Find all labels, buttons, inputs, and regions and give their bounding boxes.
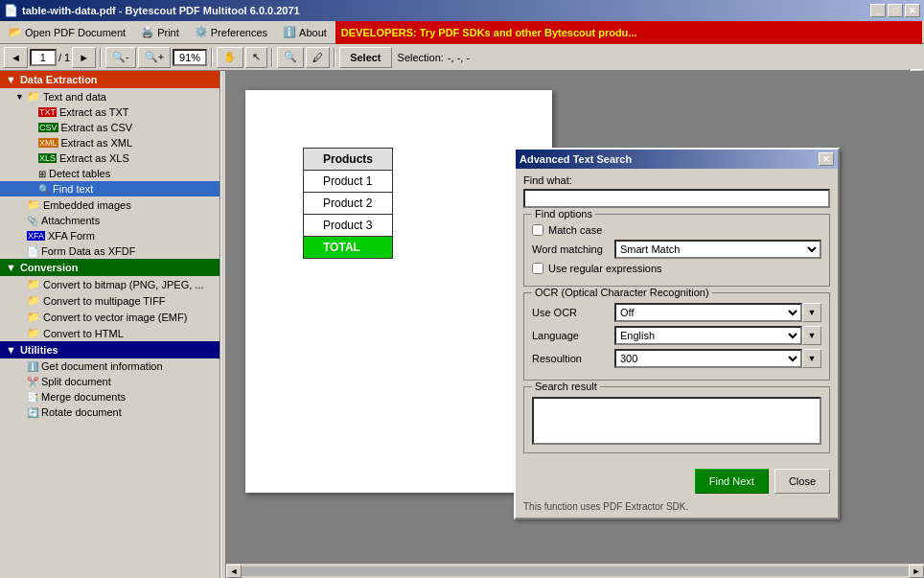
split-icon: ✂️: [27, 377, 38, 387]
tree-item-label: Convert to multipage TIFF: [43, 295, 166, 307]
pdf-table: Products Product 1 Product 2 Product 3 T…: [303, 148, 393, 259]
tree-item-convert-tiff[interactable]: 📁 Convert to multipage TIFF: [0, 292, 219, 309]
section-conversion-collapse-icon: ▼: [6, 262, 16, 273]
tree-item-label: Merge documents: [41, 391, 126, 403]
language-select[interactable]: English French German Spanish: [614, 326, 802, 345]
table-cell: Product 3: [304, 215, 393, 237]
dialog-title-bar: Advanced Text Search ✕: [516, 150, 838, 169]
language-dropdown-btn[interactable]: ▼: [802, 326, 821, 345]
selection-label: Selection:: [398, 52, 444, 63]
zoom-input[interactable]: [173, 49, 207, 66]
dialog-footer: Find Next Close: [516, 465, 838, 501]
find-icon: 🔍: [38, 184, 50, 195]
tree-item-form-data-xfdf[interactable]: 📄 Form Data as XFDF: [0, 243, 219, 259]
tree-item-extract-csv[interactable]: CSV Extract as CSV: [0, 120, 219, 135]
ocr-legend: OCR (Optical Character Recognition): [532, 287, 712, 298]
tree-item-extract-txt[interactable]: TXT Extract as TXT: [0, 104, 219, 120]
tree-item-extract-xls[interactable]: XLS Extract as XLS: [0, 150, 219, 166]
match-case-checkbox[interactable]: [532, 224, 543, 236]
nav-forward-button[interactable]: ►: [72, 47, 96, 68]
language-select-wrapper: English French German Spanish ▼: [614, 326, 821, 345]
tree-item-embedded-images[interactable]: 📁 Embedded images: [0, 197, 219, 213]
close-window-button[interactable]: ✕: [905, 4, 920, 17]
tree-item-find-text[interactable]: 🔍 Find text: [0, 181, 219, 197]
scroll-left-button[interactable]: ◄: [226, 565, 242, 578]
tree-item-merge-docs[interactable]: 📑 Merge documents: [0, 389, 219, 405]
resolution-dropdown-btn[interactable]: ▼: [802, 349, 821, 368]
section-utilities[interactable]: ▼ Utilities: [0, 341, 219, 358]
preferences-icon: ⚙️: [195, 26, 208, 38]
tree-item-convert-bitmap[interactable]: 📁 Convert to bitmap (PNG, JPEG, ...: [0, 276, 219, 292]
selection-coords: -, -, -: [448, 52, 470, 63]
use-regex-label: Use regular expressions: [548, 263, 662, 274]
menu-preferences[interactable]: ⚙️ Preferences: [188, 23, 274, 42]
scroll-right-button[interactable]: ►: [909, 565, 924, 578]
csv-icon: CSV: [38, 123, 58, 132]
table-icon: ⊞: [38, 169, 46, 179]
tree-item-text-and-data[interactable]: ▼ 📁 Text and data: [0, 88, 219, 104]
folder-icon: 📁: [27, 90, 40, 103]
emf-icon: 📁: [27, 311, 40, 323]
tree-item-convert-emf[interactable]: 📁 Convert to vector image (EMF): [0, 309, 219, 325]
close-dialog-button[interactable]: Close: [774, 469, 830, 494]
cursor-tool-button[interactable]: ↖: [245, 47, 267, 68]
tree-item-get-doc-info[interactable]: ℹ️ Get document information: [0, 358, 219, 374]
menu-bar: 📂 Open PDF Document 🖨️ Print ⚙️ Preferen…: [0, 21, 924, 44]
language-row: Language English French German Spanish ▼: [532, 326, 821, 345]
app-icon: 📄: [4, 4, 18, 17]
menu-preferences-label: Preferences: [211, 27, 267, 38]
tree-item-extract-xml[interactable]: XML Extract as XML: [0, 135, 219, 150]
xml-icon: XML: [38, 138, 58, 148]
use-ocr-select[interactable]: Off On: [614, 303, 802, 322]
word-matching-row: Word matching Smart Match Exact Match Wi…: [532, 240, 821, 259]
minimize-button[interactable]: _: [870, 4, 886, 17]
tree-item-convert-html[interactable]: 📁 Convert to HTML: [0, 325, 219, 341]
zoom-out-button[interactable]: 🔍-: [105, 47, 136, 68]
about-icon: ℹ️: [283, 26, 296, 38]
word-matching-label: Word matching: [532, 243, 609, 255]
word-matching-select[interactable]: Smart Match Exact Match Wildcard Regular…: [614, 240, 821, 259]
tree-item-rotate-doc[interactable]: 🔄 Rotate document: [0, 405, 219, 420]
use-ocr-dropdown-btn[interactable]: ▼: [802, 303, 821, 322]
zoom-in-button[interactable]: 🔍+: [138, 47, 171, 68]
tree-item-label: Split document: [41, 376, 111, 387]
dialog-close-button[interactable]: ✕: [819, 152, 834, 166]
highlight-button[interactable]: 🖊: [306, 47, 330, 68]
print-icon: 🖨️: [141, 26, 154, 38]
table-row: Product 2: [304, 193, 393, 215]
horizontal-scrollbar[interactable]: ◄ ►: [226, 563, 924, 578]
info-icon: ℹ️: [27, 361, 38, 372]
use-regex-checkbox[interactable]: [532, 263, 543, 274]
find-what-input[interactable]: [523, 189, 830, 208]
table-cell: Product 1: [304, 171, 393, 193]
search-result-box: [532, 397, 821, 445]
tree-item-split-doc[interactable]: ✂️ Split document: [0, 374, 219, 389]
tree-item-label: Find text: [53, 183, 93, 195]
find-button[interactable]: 🔍: [277, 47, 304, 68]
tiff-icon: 📁: [27, 294, 40, 307]
section-utilities-label: Utilities: [20, 344, 58, 356]
tree-item-detect-tables[interactable]: ⊞ Detect tables: [0, 166, 219, 181]
page-total: / 1: [58, 52, 70, 63]
tree-item-attachments[interactable]: 📎 Attachments: [0, 213, 219, 228]
tree-item-label: Rotate document: [41, 406, 122, 418]
dev-banner: DEVELOPERS: Try PDF SDKs and other Bytes…: [335, 21, 922, 44]
select-button[interactable]: Select: [339, 47, 391, 68]
menu-about[interactable]: ℹ️ About: [276, 23, 334, 42]
nav-back-button[interactable]: ◄: [4, 47, 28, 68]
section-data-extraction[interactable]: ▼ Data Extraction: [0, 71, 219, 88]
use-ocr-row: Use OCR Off On ▼: [532, 303, 821, 322]
resolution-select[interactable]: 150 300 600: [614, 349, 802, 368]
page-number-input[interactable]: [30, 49, 57, 66]
tree-item-xfa-form[interactable]: XFA XFA Form: [0, 228, 219, 243]
section-conversion-label: Conversion: [20, 262, 79, 273]
scroll-track-h: [242, 566, 909, 576]
find-what-section: Find what:: [523, 174, 830, 208]
menu-print[interactable]: 🖨️ Print: [134, 23, 186, 42]
dialog-body: Find what: Find options Match case Word …: [516, 169, 838, 465]
menu-open[interactable]: 📂 Open PDF Document: [2, 23, 132, 42]
section-conversion[interactable]: ▼ Conversion: [0, 259, 219, 276]
hand-tool-button[interactable]: ✋: [217, 47, 243, 68]
find-next-button[interactable]: Find Next: [695, 469, 769, 494]
maximize-button[interactable]: □: [888, 4, 903, 17]
